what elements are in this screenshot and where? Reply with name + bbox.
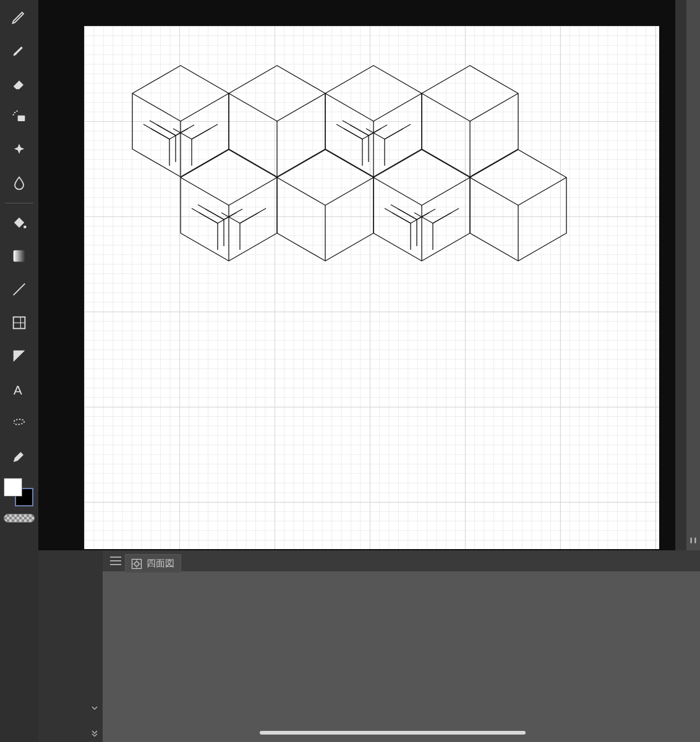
- chevron-double-down-icon: [90, 728, 100, 738]
- svg-rect-12: [694, 538, 696, 544]
- gradient-tool[interactable]: [0, 239, 38, 273]
- line-tool-icon: [11, 281, 28, 298]
- brush-tool-icon: [11, 41, 28, 59]
- horizontal-scrollbar-thumb[interactable]: [260, 731, 526, 735]
- tab-four-view[interactable]: 四面図: [125, 554, 181, 573]
- airbrush-tool-icon: [11, 108, 28, 126]
- lower-viewport[interactable]: [103, 571, 700, 742]
- transparency-strip[interactable]: [4, 514, 35, 522]
- panel-menu-button[interactable]: [110, 556, 121, 565]
- text-tool[interactable]: A: [0, 373, 38, 406]
- sparkle-tool-icon: [11, 142, 28, 159]
- svg-point-2: [13, 114, 14, 115]
- foreground-color-swatch[interactable]: [4, 478, 22, 497]
- frame-tool[interactable]: [0, 306, 38, 339]
- canvas-page[interactable]: [84, 26, 659, 549]
- blend-tool-icon: [11, 175, 28, 192]
- collapse-down-button[interactable]: [88, 702, 101, 714]
- pen-tool-icon: [11, 8, 28, 25]
- color-swatches: [0, 475, 38, 513]
- eraser-tool-icon: [11, 75, 28, 92]
- canvas-grid: [84, 26, 659, 549]
- shape-tool[interactable]: [0, 339, 38, 373]
- toolbar: A: [0, 0, 38, 742]
- scroll-down-button[interactable]: [686, 531, 700, 550]
- gradient-tool-icon: [11, 247, 28, 265]
- right-gutter: [686, 0, 700, 550]
- shape-tool-icon: [11, 348, 28, 365]
- svg-point-1: [16, 111, 17, 112]
- svg-point-46: [135, 561, 139, 566]
- eraser-tool[interactable]: [0, 67, 38, 100]
- svg-line-6: [14, 284, 25, 296]
- tab-label: 四面図: [147, 558, 174, 569]
- sparkle-tool[interactable]: [0, 134, 38, 167]
- camera-box-icon: [130, 558, 143, 570]
- frame-tool-icon: [11, 314, 28, 331]
- svg-point-0: [14, 112, 15, 113]
- bucket-tool-icon: [11, 214, 28, 231]
- color-picker-tool[interactable]: [0, 440, 38, 473]
- text-tool-icon: A: [11, 381, 28, 398]
- svg-rect-5: [14, 250, 25, 262]
- lasso-tool-icon: [11, 414, 28, 432]
- svg-rect-3: [18, 116, 25, 121]
- scroll-handle-icon: [688, 535, 699, 546]
- svg-rect-11: [691, 538, 692, 544]
- color-picker-tool-icon: [11, 448, 28, 465]
- lasso-tool[interactable]: [0, 406, 38, 440]
- vertical-scrollbar-track[interactable]: [675, 0, 686, 550]
- airbrush-tool[interactable]: [0, 100, 38, 134]
- svg-point-4: [23, 226, 27, 229]
- bucket-tool[interactable]: [0, 206, 38, 239]
- chevron-down-icon: [90, 703, 100, 713]
- brush-tool[interactable]: [0, 33, 38, 67]
- line-tool[interactable]: [0, 273, 38, 306]
- collapse-double-down-button[interactable]: [88, 727, 101, 740]
- svg-text:A: A: [14, 383, 22, 397]
- blend-tool[interactable]: [0, 167, 38, 200]
- toolbar-divider: [5, 203, 33, 203]
- pen-tool[interactable]: [0, 0, 38, 33]
